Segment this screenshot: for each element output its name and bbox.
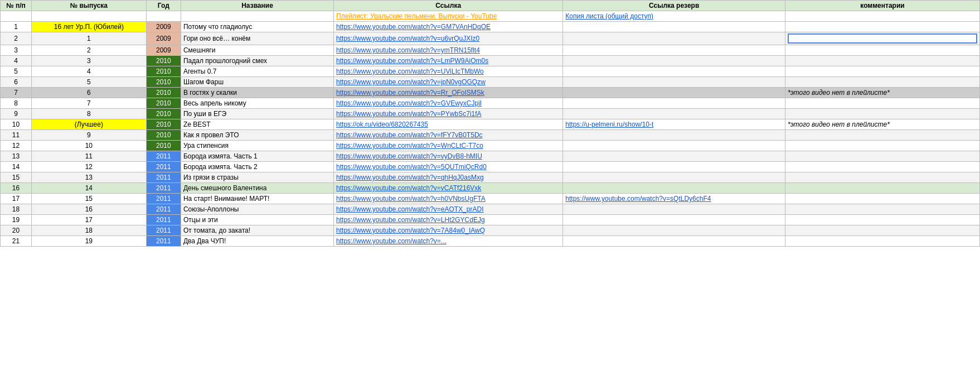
cell-reserve — [563, 225, 785, 236]
cell-name: Союзы-Аполлоны — [181, 204, 333, 215]
cell-name: Из грязи в стразы — [181, 172, 333, 183]
cell-issue: 1 — [32, 32, 147, 45]
cell-reserve — [563, 66, 785, 77]
cell-issue: 4 — [32, 66, 147, 77]
reserve-video-link[interactable]: https://u-pelmeni.ru/show/10-t — [565, 121, 653, 128]
reserve-link[interactable]: Копия листа (общий доступ) — [565, 12, 653, 20]
cell-year: 2010 — [146, 66, 181, 77]
cell-year: 2010 — [146, 130, 181, 141]
cell-issue: 16 лет Ур.П. (Юбилей) — [32, 22, 147, 32]
cell-issue: 19 — [32, 236, 147, 247]
cell-issue: 8 — [32, 109, 147, 119]
cell-link: https://www.youtube.com/watch?v=vyDvB8-h… — [334, 151, 563, 162]
video-link[interactable]: https://www.youtube.com/watch?v=u6vrQuJX… — [336, 35, 479, 42]
video-link[interactable]: https://www.youtube.com/watch?v=vCATf216… — [336, 184, 481, 192]
cell-year: 2011 — [146, 215, 181, 225]
video-link[interactable]: https://www.youtube.com/watch?v=ymTRN15f… — [336, 46, 480, 54]
cell-num: 5 — [1, 66, 32, 77]
cell-name: Весь апрель никому — [181, 98, 333, 109]
video-link[interactable]: https://www.youtube.com/watch?v=Rr_OFoIS… — [336, 89, 484, 97]
cell-link: https://www.youtube.com/watch?v=vCATf216… — [334, 183, 563, 194]
video-link[interactable]: https://www.youtube.com/watch?v=WnCLtC-T… — [336, 142, 483, 150]
table-row: 19172011Отцы и этиhttps://www.youtube.co… — [1, 215, 980, 225]
cell-reserve — [563, 45, 785, 56]
cell-issue: 7 — [32, 98, 147, 109]
playlist-link[interactable]: Плейлист: Уральские пельмени. Выпуски - … — [336, 12, 497, 20]
video-link[interactable]: https://www.youtube.com/watch?v=LHt2GYCd… — [336, 216, 484, 224]
cell-issue: 17 — [32, 215, 147, 225]
cell-link: https://www.youtube.com/watch?v=... — [334, 236, 563, 247]
cell-year: 2010 — [146, 119, 181, 130]
cell-link: https://www.youtube.com/watch?v=eAOTX_pr… — [334, 204, 563, 215]
cell-comment — [785, 66, 980, 77]
header-issue: № выпуска — [32, 1, 147, 11]
cell-name: Ze BEST — [181, 119, 333, 130]
cell-issue: 15 — [32, 194, 147, 204]
cell-num: 14 — [1, 162, 32, 172]
cell-reserve — [563, 77, 785, 88]
cell-comment — [785, 45, 980, 56]
table-row: 762010В гостях у скалкиhttps://www.youtu… — [1, 88, 980, 98]
cell-link: https://www.youtube.com/watch?v=LmPW9AiO… — [334, 56, 563, 66]
video-link[interactable]: https://www.youtube.com/watch?v=7A84w0_I… — [336, 227, 485, 234]
cell-reserve — [563, 215, 785, 225]
table-row: 20182011От томата, до заката!https://www… — [1, 225, 980, 236]
playlist-link-cell: Плейлист: Уральские пельмени. Выпуски - … — [334, 11, 563, 22]
cell-name: В гостях у скалки — [181, 88, 333, 98]
video-link[interactable]: https://www.youtube.com/watch?v=PYwbSc7i… — [336, 110, 481, 118]
cell-link: https://www.youtube.com/watch?v=PYwbSc7i… — [334, 109, 563, 119]
cell-name: Как я провел ЭТО — [181, 130, 333, 141]
video-link[interactable]: https://www.youtube.com/watch?v=jpN0vgOG… — [336, 78, 486, 86]
cell-comment — [785, 204, 980, 215]
video-link[interactable]: https://www.youtube.com/watch?v=5QUTmiQc… — [336, 163, 487, 171]
cell-num: 3 — [1, 45, 32, 56]
cell-comment: *этого видео нет в плейлисте* — [785, 88, 980, 98]
cell-year: 2009 — [146, 45, 181, 56]
video-link[interactable]: https://ok.ru/video/6820267435 — [336, 121, 428, 128]
table-row: 16142011День смешного Валентинаhttps://w… — [1, 183, 980, 194]
video-link[interactable]: https://www.youtube.com/watch?v=UViLIcTM… — [336, 68, 484, 75]
cell-reserve — [563, 130, 785, 141]
cell-issue: 18 — [32, 225, 147, 236]
cell-num: 6 — [1, 77, 32, 88]
cell-name: Агенты 0.7 — [181, 66, 333, 77]
video-link[interactable]: https://www.youtube.com/watch?v=h0VNbsUg… — [336, 195, 486, 203]
cell-link: https://www.youtube.com/watch?v=fFY7vB0T… — [334, 130, 563, 141]
table-row: 542010Агенты 0.7https://www.youtube.com/… — [1, 66, 980, 77]
video-link[interactable]: https://www.youtube.com/watch?v=LmPW9AiO… — [336, 57, 488, 65]
table-row: 18162011Союзы-Аполлоныhttps://www.youtub… — [1, 204, 980, 215]
cell-link: https://www.youtube.com/watch?v=GVEwyxCJ… — [334, 98, 563, 109]
cell-year: 2010 — [146, 141, 181, 151]
cell-year: 2011 — [146, 236, 181, 247]
video-link[interactable]: https://www.youtube.com/watch?v=fFY7vB0T… — [336, 131, 482, 139]
cell-num: 4 — [1, 56, 32, 66]
cell-reserve — [563, 151, 785, 162]
cell-num: 21 — [1, 236, 32, 247]
cell-name: Гори оно всё… конём — [181, 32, 333, 45]
video-link[interactable]: https://www.youtube.com/watch?v=GM7VAnHD… — [336, 23, 491, 31]
cell-comment — [785, 151, 980, 162]
video-link[interactable]: https://www.youtube.com/watch?v=eAOTX_pr… — [336, 205, 483, 213]
cell-year: 2011 — [146, 151, 181, 162]
comment-input[interactable] — [788, 33, 977, 44]
cell-name: Два Два ЧУП! — [181, 236, 333, 247]
cell-num: 10 — [1, 119, 32, 130]
cell-link: https://www.youtube.com/watch?v=h0VNbsUg… — [334, 194, 563, 204]
video-link[interactable]: https://www.youtube.com/watch?v=qhHqJ0as… — [336, 174, 483, 181]
cell-num: 2 — [1, 32, 32, 45]
cell-link: https://ok.ru/video/6820267435 — [334, 119, 563, 130]
cell-reserve — [563, 22, 785, 32]
cell-comment — [785, 22, 980, 32]
cell-num: 13 — [1, 151, 32, 162]
cell-link: https://www.youtube.com/watch?v=jpN0vgOG… — [334, 77, 563, 88]
video-link[interactable]: https://www.youtube.com/watch?v=... — [336, 237, 447, 245]
reserve-video-link[interactable]: https://www.youtube.com/watch?v=sQtLDy6c… — [565, 195, 711, 203]
cell-num: 18 — [1, 204, 32, 215]
video-link[interactable]: https://www.youtube.com/watch?v=GVEwyxCJ… — [336, 99, 482, 107]
table-row: 12102010Ура стипенсияhttps://www.youtube… — [1, 141, 980, 151]
video-link[interactable]: https://www.youtube.com/watch?v=vyDvB8-h… — [336, 152, 482, 160]
cell-comment — [785, 130, 980, 141]
header-year: Год — [146, 1, 181, 11]
cell-issue: 11 — [32, 151, 147, 162]
cell-reserve — [563, 172, 785, 183]
